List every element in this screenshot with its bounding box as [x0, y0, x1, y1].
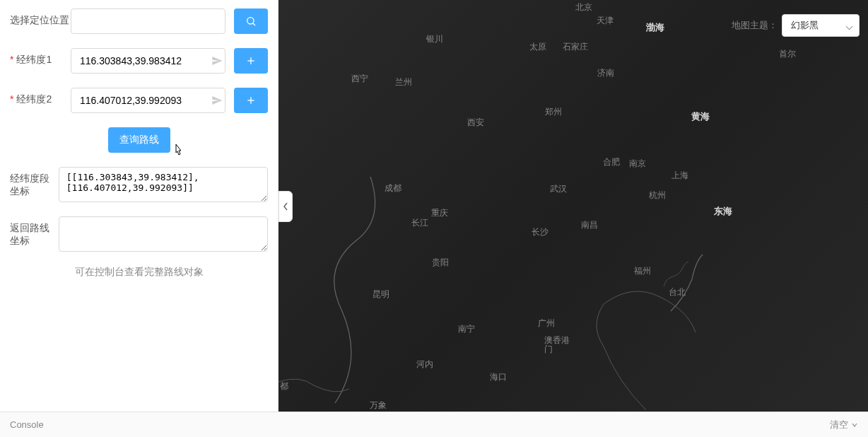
map-city-label: 台北	[669, 286, 686, 298]
map-city-label: 都	[280, 380, 288, 392]
map-city-label: 上海	[671, 170, 688, 182]
map-city-label: 兰州	[395, 76, 412, 88]
sidebar-panel: 选择定位位置 *经纬度1	[0, 0, 278, 412]
map-area[interactable]: 北京天津渤海银川太原石家庄首尔西宁兰州济南西安郑州黄海合肥南京上海成都武汉杭州重…	[278, 0, 868, 412]
add-coord1-button[interactable]	[234, 48, 268, 74]
map-city-label: 广州	[538, 317, 555, 330]
map-city-label: 黄海	[691, 110, 710, 123]
coord2-input[interactable]	[71, 88, 225, 113]
plus-icon	[245, 95, 257, 106]
map-city-label: 银川	[426, 33, 443, 45]
map-city-label: 万象	[370, 400, 387, 412]
theme-select[interactable]: 幻影黑	[782, 14, 860, 37]
map-city-label: 太原	[529, 41, 546, 53]
label-location: 选择定位位置	[10, 8, 71, 27]
map-city-label: 郑州	[545, 106, 562, 118]
map-roads-layer	[278, 0, 868, 412]
console-bar: Console 清空	[0, 412, 868, 437]
app-root: 选择定位位置 *经纬度1	[0, 0, 868, 437]
map-city-label: 贵阳	[432, 257, 449, 269]
row-route: 返回路线坐标	[10, 216, 268, 252]
row-location: 选择定位位置	[10, 8, 268, 34]
map-city-label: 福州	[634, 265, 651, 277]
map-city-label: 东海	[714, 205, 732, 218]
query-route-button[interactable]: 查询路线	[108, 127, 170, 153]
add-coord2-button[interactable]	[234, 88, 268, 113]
collapse-sidebar-button[interactable]	[278, 191, 293, 222]
theme-label: 地图主题：	[732, 19, 778, 32]
map-city-label: 西宁	[351, 73, 368, 85]
theme-value: 幻影黑	[791, 19, 819, 32]
chevron-left-icon	[282, 202, 289, 211]
coord1-input[interactable]	[71, 48, 225, 74]
search-button[interactable]	[234, 8, 268, 34]
map-city-label: 北京	[575, 1, 592, 13]
console-clear-button[interactable]: 清空	[830, 419, 858, 431]
map-city-label: 昆明	[373, 289, 389, 301]
map-city-label: 首尔	[779, 48, 796, 60]
label-coord2: *经纬度2	[10, 88, 71, 106]
map-city-label: 海口	[490, 371, 507, 383]
plus-icon	[245, 55, 257, 66]
label-route: 返回路线坐标	[10, 216, 59, 247]
svg-line-1	[253, 23, 255, 25]
map-city-label: 南宁	[458, 323, 475, 335]
map-city-label: 成都	[385, 182, 401, 194]
search-icon	[245, 16, 257, 27]
hint-text: 可在控制台查看完整路线对象	[10, 266, 268, 279]
main-area: 选择定位位置 *经纬度1	[0, 0, 868, 412]
row-coord1: *经纬度1	[10, 48, 268, 74]
map-city-label: 南昌	[581, 219, 598, 231]
segment-textarea[interactable]	[59, 167, 268, 202]
route-textarea[interactable]	[59, 216, 268, 252]
map-city-label: 长沙	[532, 226, 549, 238]
map-city-label: 济南	[597, 67, 614, 79]
location-input[interactable]	[71, 8, 225, 34]
map-city-label: 武汉	[550, 183, 567, 195]
map-city-label: 杭州	[649, 190, 666, 202]
map-city-label: 合肥	[603, 156, 620, 168]
console-title: Console	[10, 419, 44, 430]
theme-control: 地图主题： 幻影黑	[732, 14, 860, 37]
map-city-label: 重庆	[431, 207, 448, 219]
map-city-label: 河内	[416, 359, 433, 371]
label-segment: 经纬度段坐标	[10, 167, 59, 198]
map-city-label: 渤海	[646, 21, 664, 34]
map-city-label: 西安	[467, 117, 484, 129]
map-city-label: 天津	[597, 15, 614, 27]
map-city-label: 石家庄	[563, 41, 588, 53]
svg-point-0	[247, 18, 254, 24]
row-coord2: *经纬度2	[10, 88, 268, 113]
chevron-down-icon	[851, 421, 858, 429]
row-segment: 经纬度段坐标	[10, 167, 268, 202]
map-city-label: 门	[544, 344, 553, 356]
label-coord1: *经纬度1	[10, 48, 71, 66]
map-city-label: 南京	[629, 158, 646, 170]
map-city-label: 长江	[411, 217, 428, 229]
